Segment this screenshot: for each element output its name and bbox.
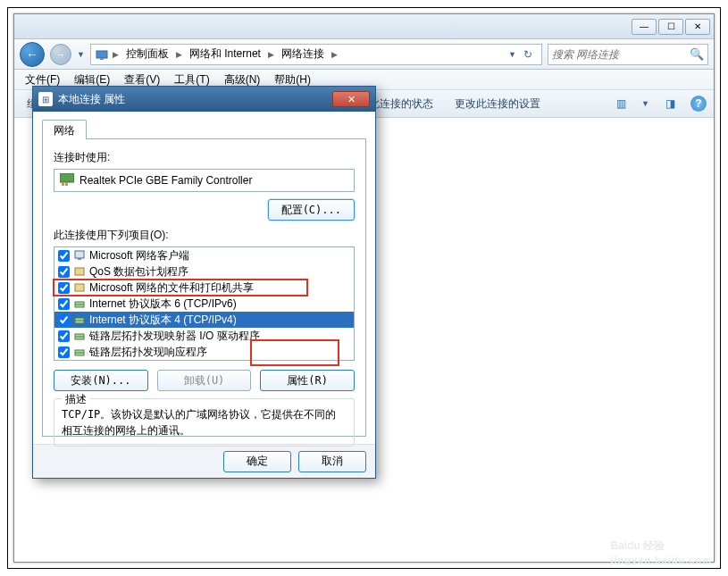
svg-rect-1 — [100, 58, 104, 60]
tab-strip: 网络 — [42, 119, 366, 138]
minimize-button[interactable]: — — [632, 19, 657, 35]
search-box[interactable]: 🔍 — [548, 44, 708, 65]
connect-using-label: 连接时使用: — [54, 150, 355, 165]
configure-button[interactable]: 配置(C)... — [268, 199, 355, 221]
items-label: 此连接使用下列项目(O): — [54, 228, 355, 243]
description-text: TCP/IP。该协议是默认的广域网络协议，它提供在不同的相互连接的网络上的通讯。 — [62, 406, 347, 438]
item-checkbox[interactable] — [58, 346, 70, 358]
maximize-button[interactable]: ☐ — [658, 19, 683, 35]
ok-button[interactable]: 确定 — [223, 451, 291, 472]
service-icon — [73, 265, 86, 278]
item-checkbox[interactable] — [58, 250, 70, 262]
connection-icon: ⊞ — [38, 92, 53, 106]
toolbar-settings[interactable]: 更改此连接的设置 — [449, 93, 546, 115]
dialog-body: 网络 连接时使用: Realtek PCIe GBE Family Contro… — [33, 112, 375, 444]
description-group: 描述 TCP/IP。该协议是默认的广域网络协议，它提供在不同的相互连接的网络上的… — [54, 398, 355, 447]
install-button[interactable]: 安装(N)... — [54, 370, 148, 391]
item-label: 链路层拓扑发现响应程序 — [89, 345, 207, 360]
chevron-right-icon: ▶ — [174, 50, 184, 59]
breadcrumb-item[interactable]: 网络和 Internet — [186, 45, 264, 63]
uninstall-button: 卸载(U) — [157, 370, 252, 391]
window-close-button[interactable]: ✕ — [685, 19, 710, 35]
item-label: Internet 协议版本 6 (TCP/IPv6) — [89, 296, 237, 312]
protocol-icon — [73, 346, 86, 358]
view-icon[interactable]: ▥ — [611, 94, 631, 113]
dialog-footer: 确定 取消 — [33, 444, 375, 478]
svg-rect-6 — [78, 258, 81, 260]
chevron-right-icon: ▶ — [330, 50, 339, 59]
svg-rect-7 — [75, 268, 84, 275]
svg-rect-5 — [75, 251, 84, 258]
dropdown-chevron-icon[interactable]: ▼ — [508, 50, 516, 59]
svg-rect-2 — [60, 173, 74, 182]
item-label: QoS 数据包计划程序 — [89, 264, 188, 280]
breadcrumb-item[interactable]: 网络连接 — [278, 45, 328, 63]
protocol-icon — [73, 313, 86, 326]
highlight-properties-btn — [250, 339, 339, 366]
device-field[interactable]: Realtek PCIe GBE Family Controller — [54, 169, 355, 192]
breadcrumb-item[interactable]: 控制面板 — [122, 45, 172, 63]
dialog-close-button[interactable]: ✕ — [332, 91, 370, 107]
chevron-right-icon: ▶ — [111, 50, 121, 59]
list-item[interactable]: Microsoft 网络客户端 — [54, 247, 354, 263]
breadcrumb[interactable]: ▶ 控制面板 ▶ 网络和 Internet ▶ 网络连接 ▶ ▼ ↻ — [90, 44, 542, 65]
chevron-right-icon: ▶ — [266, 50, 276, 59]
protocol-icon — [73, 330, 86, 342]
forward-button[interactable]: → — [50, 44, 71, 65]
item-checkbox[interactable] — [58, 314, 70, 326]
back-button[interactable]: ← — [20, 42, 45, 67]
cancel-button[interactable]: 取消 — [298, 451, 366, 472]
list-item[interactable]: Internet 协议版本 4 (TCP/IPv4) — [54, 312, 354, 328]
network-icon — [95, 47, 109, 62]
list-item[interactable]: QoS 数据包计划程序 — [54, 263, 354, 280]
nic-icon — [60, 173, 74, 188]
svg-rect-3 — [62, 182, 64, 186]
refresh-icon[interactable]: ↻ — [518, 45, 538, 64]
device-name: Realtek PCIe GBE Family Controller — [79, 174, 252, 187]
item-checkbox[interactable] — [58, 298, 70, 310]
item-checkbox[interactable] — [58, 266, 70, 278]
dialog-titlebar[interactable]: ⊞ 本地连接 属性 ✕ — [33, 87, 375, 112]
nav-chevron-icon[interactable]: ▼ — [77, 50, 85, 59]
preview-pane-icon[interactable]: ◨ — [660, 94, 680, 113]
search-input[interactable] — [552, 48, 690, 61]
highlight-item — [53, 279, 308, 296]
item-properties-button[interactable]: 属性(R) — [260, 370, 355, 391]
list-item[interactable]: Internet 协议版本 6 (TCP/IPv6) — [54, 296, 354, 312]
item-buttons: 安装(N)... 卸载(U) 属性(R) — [54, 370, 355, 391]
protocol-icon — [73, 297, 86, 310]
view-chevron-icon[interactable]: ▼ — [641, 99, 649, 108]
help-icon[interactable]: ? — [690, 96, 707, 112]
item-label: 链路层拓扑发现映射器 I/O 驱动程序 — [89, 329, 260, 344]
svg-rect-4 — [65, 182, 68, 186]
search-icon[interactable]: 🔍 — [690, 47, 704, 61]
nav-bar: ← → ▼ ▶ 控制面板 ▶ 网络和 Internet ▶ 网络连接 ▶ ▼ ↻… — [14, 39, 714, 70]
item-label: Microsoft 网络客户端 — [89, 248, 189, 263]
item-checkbox[interactable] — [58, 330, 70, 342]
item-label: Internet 协议版本 4 (TCP/IPv4) — [89, 313, 237, 328]
tab-network[interactable]: 网络 — [42, 120, 87, 139]
description-legend: 描述 — [62, 392, 90, 407]
dialog-title-text: 本地连接 属性 — [58, 92, 125, 107]
svg-rect-0 — [96, 51, 107, 58]
window-chrome: — ☐ ✕ — [14, 14, 714, 39]
client-icon — [73, 249, 86, 262]
